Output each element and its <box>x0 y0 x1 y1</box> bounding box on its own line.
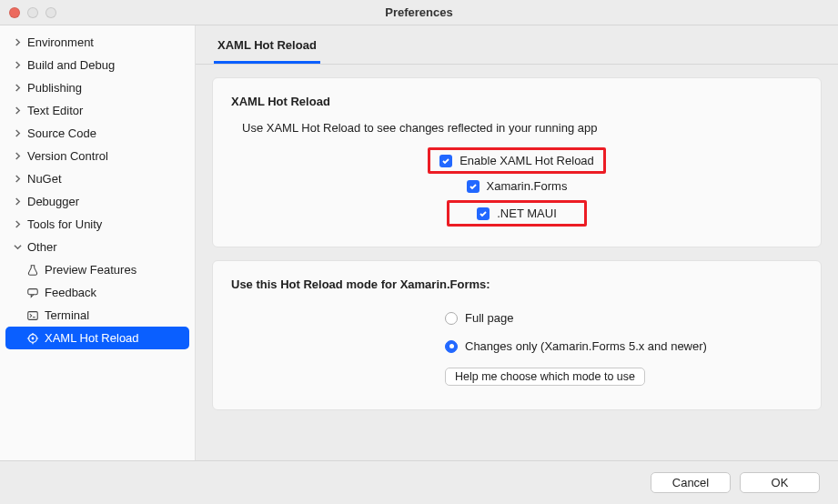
sidebar-item-text-editor[interactable]: Text Editor <box>5 99 189 122</box>
preferences-sidebar: Environment Build and Debug Publishing T… <box>0 25 196 460</box>
sidebar-item-tools-unity[interactable]: Tools for Unity <box>5 213 189 236</box>
net-maui-checkbox[interactable] <box>477 207 490 220</box>
changes-only-radio[interactable] <box>445 340 458 353</box>
sidebar-label: Environment <box>27 35 94 49</box>
chevron-right-icon <box>13 175 22 184</box>
chevron-right-icon <box>13 220 22 229</box>
sidebar-label: Debugger <box>27 195 79 208</box>
full-page-label: Full page <box>465 311 513 325</box>
sidebar-item-preview-features[interactable]: Preview Features <box>5 258 189 281</box>
svg-point-3 <box>31 337 34 339</box>
sidebar-label: XAML Hot Reload <box>45 331 139 345</box>
terminal-icon <box>25 308 39 322</box>
net-maui-label: .NET MAUI <box>497 207 557 220</box>
chevron-right-icon <box>13 129 22 138</box>
xamarin-forms-label: Xamarin.Forms <box>487 179 568 193</box>
sidebar-item-xaml-hot-reload[interactable]: XAML Hot Reload <box>5 327 189 349</box>
target-icon <box>25 331 39 345</box>
help-choose-mode-button[interactable]: Help me choose which mode to use <box>445 368 645 386</box>
sidebar-item-environment[interactable]: Environment <box>5 31 189 54</box>
sidebar-item-other[interactable]: Other <box>5 236 189 258</box>
dialog-footer: Cancel OK <box>0 460 838 504</box>
sidebar-label: Tools for Unity <box>27 217 102 231</box>
svg-rect-0 <box>27 288 37 294</box>
highlight-enable-hot-reload: Enable XAML Hot Reload <box>428 147 606 174</box>
window-title: Preferences <box>0 5 838 19</box>
sidebar-label: Terminal <box>45 308 89 322</box>
chevron-right-icon <box>13 152 22 161</box>
sidebar-item-terminal[interactable]: Terminal <box>5 304 189 327</box>
speech-bubble-icon <box>25 286 39 299</box>
enable-hot-reload-label: Enable XAML Hot Reload <box>459 154 594 167</box>
enable-hot-reload-checkbox[interactable] <box>439 155 452 167</box>
sidebar-item-source-code[interactable]: Source Code <box>5 122 189 145</box>
content-area: XAML Hot Reload XAML Hot Reload Use XAML… <box>196 25 838 460</box>
sidebar-label: Version Control <box>27 149 108 163</box>
flask-icon <box>25 263 39 277</box>
sidebar-item-debugger[interactable]: Debugger <box>5 190 189 213</box>
ok-button[interactable]: OK <box>740 472 820 493</box>
sidebar-label: Preview Features <box>45 263 136 277</box>
xamarin-forms-checkbox[interactable] <box>467 180 480 193</box>
panel-xaml-hot-reload: XAML Hot Reload Use XAML Hot Reload to s… <box>212 77 822 247</box>
sidebar-item-publishing[interactable]: Publishing <box>5 76 189 99</box>
titlebar: Preferences <box>0 0 838 25</box>
panel-hot-reload-mode: Use this Hot Reload mode for Xamarin.For… <box>212 260 822 410</box>
section-title: XAML Hot Reload <box>231 95 803 108</box>
changes-only-label: Changes only (Xamarin.Forms 5.x and newe… <box>465 339 707 353</box>
full-page-radio[interactable] <box>445 312 458 325</box>
chevron-right-icon <box>13 38 22 47</box>
chevron-right-icon <box>13 61 22 70</box>
sidebar-item-feedback[interactable]: Feedback <box>5 281 189 304</box>
sidebar-label: Build and Debug <box>27 58 115 72</box>
sidebar-label: Publishing <box>27 81 82 95</box>
sidebar-label: Other <box>27 240 57 254</box>
section-description: Use XAML Hot Reload to see changes refle… <box>242 121 803 135</box>
sidebar-item-build-debug[interactable]: Build and Debug <box>5 54 189 76</box>
sidebar-label: Source Code <box>27 126 96 140</box>
sidebar-item-version-control[interactable]: Version Control <box>5 145 189 167</box>
svg-rect-1 <box>27 311 37 319</box>
chevron-right-icon <box>13 84 22 93</box>
sidebar-label: Feedback <box>45 286 96 299</box>
section-title: Use this Hot Reload mode for Xamarin.For… <box>231 277 803 291</box>
sidebar-label: NuGet <box>27 172 62 186</box>
sidebar-item-nuget[interactable]: NuGet <box>5 167 189 190</box>
chevron-down-icon <box>13 243 22 252</box>
chevron-right-icon <box>13 106 22 116</box>
tab-bar: XAML Hot Reload <box>196 25 838 65</box>
sidebar-label: Text Editor <box>27 104 83 117</box>
chevron-right-icon <box>13 197 22 207</box>
highlight-net-maui: .NET MAUI <box>447 200 587 227</box>
cancel-button[interactable]: Cancel <box>651 472 731 493</box>
tab-xaml-hot-reload[interactable]: XAML Hot Reload <box>214 38 320 64</box>
